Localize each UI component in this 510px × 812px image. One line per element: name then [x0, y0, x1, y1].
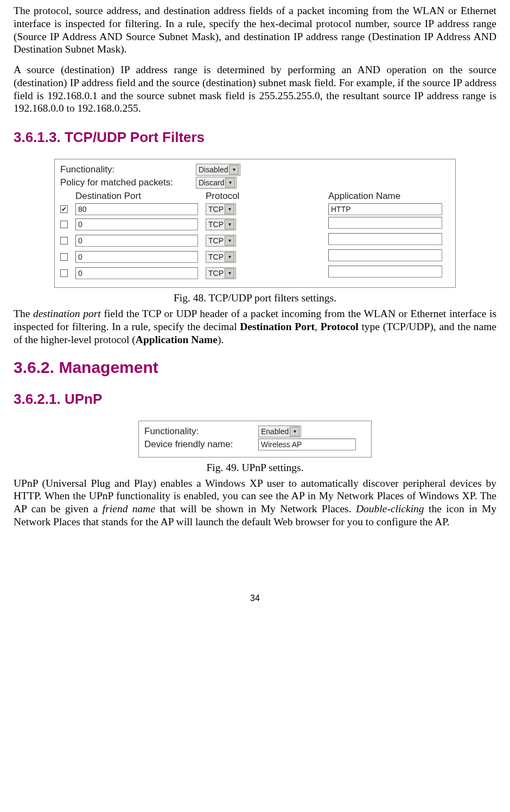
text-bold: Application Name [136, 334, 218, 345]
row-checkbox[interactable] [60, 221, 68, 228]
select-value: Discard [199, 178, 224, 187]
device-friendly-name-label: Device friendly name: [144, 439, 258, 450]
heading-management: 3.6.2. Management [14, 358, 496, 377]
text-bold: Destination Port [240, 321, 315, 332]
row-checkbox[interactable]: ✔ [60, 205, 68, 213]
header-protocol: Protocol [206, 191, 328, 202]
chevron-down-icon: ▾ [290, 427, 299, 436]
text: ). [218, 334, 224, 345]
functionality-select[interactable]: Disabled ▾ [196, 164, 240, 176]
chevron-down-icon: ▾ [229, 165, 239, 175]
table-row: ✔ 80 TCP ▾ HTTP [60, 203, 450, 215]
text: , [315, 321, 321, 332]
paragraph: The destination port field the TCP or UD… [14, 307, 496, 346]
heading-upnp: 3.6.2.1. UPnP [14, 391, 496, 408]
chevron-down-icon: ▾ [225, 268, 234, 278]
destination-port-input[interactable]: 0 [75, 218, 198, 230]
chevron-down-icon: ▾ [225, 204, 234, 214]
text-italic: Double-clicking [356, 503, 424, 514]
upnp-panel: Functionality: Enabled ▾ Device friendly… [138, 421, 372, 457]
row-checkbox[interactable] [60, 237, 68, 244]
select-value: TCP [208, 220, 224, 229]
text-italic: destination port [33, 308, 101, 319]
table-row: 0 TCP ▾ [60, 233, 450, 248]
protocol-select[interactable]: TCP ▾ [206, 267, 236, 279]
row-checkbox[interactable] [60, 269, 68, 277]
application-name-input[interactable] [328, 217, 442, 229]
select-value: Enabled [261, 427, 289, 436]
functionality-label: Functionality: [144, 426, 258, 437]
heading-tcp-udp-port-filters: 3.6.1.3. TCP/UDP Port Filters [14, 129, 496, 146]
table-row: 0 TCP ▾ [60, 217, 450, 231]
column-headers: Destination Port Protocol Application Na… [60, 191, 450, 202]
figure-caption: Fig. 49. UPnP settings. [14, 462, 496, 474]
table-row: 0 TCP ▾ [60, 249, 450, 264]
application-name-input[interactable] [328, 266, 442, 278]
text: The [14, 308, 33, 319]
text-italic: friend name [103, 503, 155, 514]
select-value: TCP [208, 269, 224, 278]
figure-caption: Fig. 48. TCP/UDP port filters settings. [14, 292, 496, 304]
functionality-select[interactable]: Enabled ▾ [258, 426, 301, 437]
destination-port-input[interactable]: 80 [75, 203, 198, 215]
select-value: Disabled [199, 165, 228, 174]
application-name-input[interactable]: HTTP [328, 203, 442, 215]
protocol-select[interactable]: TCP ▾ [206, 218, 236, 230]
device-friendly-name-input[interactable]: Wireless AP [258, 439, 356, 450]
table-row: 0 TCP ▾ [60, 266, 450, 280]
select-value: TCP [208, 236, 224, 245]
policy-select[interactable]: Discard ▾ [196, 177, 237, 189]
select-value: TCP [208, 253, 224, 261]
text: that will be shown in My Network Places. [155, 503, 356, 514]
header-destination-port: Destination Port [75, 191, 206, 202]
application-name-input[interactable] [328, 249, 442, 261]
destination-port-input[interactable]: 0 [75, 251, 198, 263]
application-name-input[interactable] [328, 233, 442, 245]
destination-port-input[interactable]: 0 [75, 235, 198, 247]
row-checkbox[interactable] [60, 253, 68, 261]
chevron-down-icon: ▾ [225, 178, 235, 188]
destination-port-input[interactable]: 0 [75, 267, 198, 279]
chevron-down-icon: ▾ [225, 220, 234, 229]
page-number: 34 [14, 594, 496, 603]
paragraph: UPnP (Universal Plug and Play) enables a… [14, 477, 496, 529]
paragraph: A source (destination) IP address range … [14, 63, 496, 115]
protocol-select[interactable]: TCP ▾ [206, 235, 236, 247]
protocol-select[interactable]: TCP ▾ [206, 203, 236, 215]
functionality-label: Functionality: [60, 164, 196, 175]
chevron-down-icon: ▾ [225, 252, 234, 262]
port-filters-panel: Functionality: Disabled ▾ Policy for mat… [54, 159, 456, 288]
chevron-down-icon: ▾ [225, 236, 234, 246]
policy-label: Policy for matched packets: [60, 177, 196, 188]
protocol-select[interactable]: TCP ▾ [206, 251, 236, 263]
select-value: TCP [208, 205, 224, 214]
paragraph: The protocol, source address, and destin… [14, 4, 496, 56]
text-bold: Protocol [321, 321, 359, 332]
header-application-name: Application Name [328, 191, 450, 202]
